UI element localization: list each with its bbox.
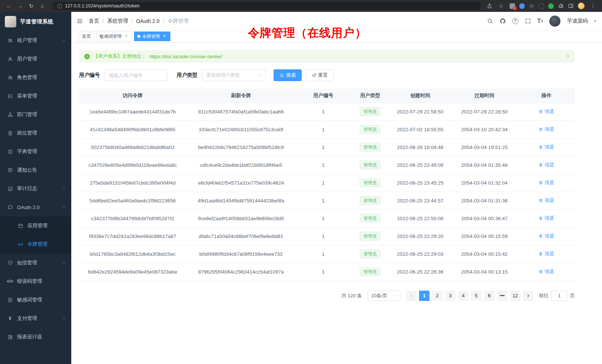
user-type-badge: 管理员 <box>360 178 380 187</box>
close-icon[interactable]: × <box>124 34 129 39</box>
sidebar-item-user-management[interactable]: 用户管理 <box>0 50 71 68</box>
fullscreen-icon[interactable] <box>525 18 531 24</box>
force-logout-button[interactable]: 强退 <box>539 215 554 222</box>
search-button[interactable]: 搜索 <box>274 69 302 81</box>
page-button-3[interactable]: 3 <box>445 291 455 301</box>
refresh-token-cell: e6cfd40eb1f54571a31e775e039c4624 <box>186 174 296 192</box>
sidebar-item-audit-log[interactable]: 审计日志 <box>0 179 71 198</box>
chevron-down-icon[interactable]: ▾ <box>594 19 596 23</box>
font-size-icon[interactable]: TT <box>537 18 543 24</box>
browser-reload-icon[interactable]: ↻ <box>27 0 36 12</box>
extension-icon[interactable] <box>510 3 515 9</box>
sidebar-item-sensitive-word-management[interactable]: 敏感词管理 <box>0 291 71 309</box>
share-icon[interactable] <box>487 3 493 9</box>
tab-token-management[interactable]: 令牌管理 × <box>134 32 170 41</box>
page-button-4[interactable]: 4 <box>458 291 468 301</box>
sidebar-item-menu-management[interactable]: 菜单管理 <box>0 87 71 105</box>
help-icon[interactable]: ? <box>512 18 518 24</box>
extension-icon[interactable] <box>529 3 534 9</box>
browser-home-icon[interactable]: ⌂ <box>38 0 47 12</box>
github-icon[interactable] <box>500 18 506 24</box>
tab-home[interactable]: 首页 <box>79 32 94 41</box>
browser-forward-icon[interactable]: → <box>16 0 24 12</box>
col-refresh-token: 刷新令牌 <box>186 89 296 103</box>
expire-time-cell: 2054-03-04 19:51:25 <box>451 138 518 156</box>
user-type-select[interactable]: 请选择用户类型 <box>202 69 266 81</box>
expire-time-cell: 2054-03-04 01:35:48 <box>451 156 518 174</box>
close-icon[interactable]: × <box>162 34 167 39</box>
expire-time-cell: 2054-03-04 00:15:59 <box>451 227 518 245</box>
sidebar-item-payment-management[interactable]: ¥ 支付管理 <box>0 309 71 328</box>
force-logout-button[interactable]: 强退 <box>539 108 554 115</box>
sidebar-item-post-management[interactable]: 岗位管理 <box>0 124 71 142</box>
page-button-6[interactable]: 6 <box>484 291 494 301</box>
table-row: 54d6be82ee5a460a9aedc1f9bf223656 49d1aa4… <box>79 192 575 209</box>
user-id-input[interactable] <box>104 69 167 81</box>
force-logout-button[interactable]: 强退 <box>539 197 554 204</box>
page-button-1[interactable]: 1 <box>419 291 429 301</box>
app-logo[interactable]: 芋道管理系统 <box>0 12 71 31</box>
user-type-badge: 管理员 <box>360 232 380 241</box>
force-logout-button[interactable]: 强退 <box>539 179 554 186</box>
side-panel-icon[interactable] <box>568 3 574 9</box>
extension-icon[interactable] <box>519 3 525 9</box>
reset-icon: ↺ <box>312 73 316 78</box>
prev-page-button[interactable] <box>406 291 416 301</box>
expire-time-cell: 2054-03-04 01:32:04 <box>451 174 518 192</box>
browser-back-icon[interactable]: ← <box>4 0 13 12</box>
sidebar-item-tenant-management[interactable]: 租户管理 <box>0 31 71 50</box>
expire-time-cell: 2054-03-04 01:31:36 <box>451 192 518 209</box>
chevron-down-icon <box>62 317 66 321</box>
browser-profile-avatar[interactable] <box>578 3 585 9</box>
sidebar-item-dict-management[interactable]: 字典管理 <box>0 142 71 161</box>
force-logout-button[interactable]: 强退 <box>539 268 554 275</box>
sidebar-item-role-management[interactable]: 角色管理 <box>0 68 71 87</box>
sidebar-item-oauth2[interactable]: OAuth 2.0 <box>0 198 71 216</box>
sidebar-collapse-icon[interactable] <box>76 18 83 24</box>
extension-icon[interactable] <box>548 3 554 9</box>
goto-page-input[interactable] <box>551 291 567 301</box>
close-icon[interactable]: × <box>566 53 570 60</box>
sidebar-item-label: 岗位管理 <box>17 130 37 136</box>
puzzle-extensions-icon[interactable] <box>558 3 564 9</box>
yen-icon: ¥ <box>7 316 13 321</box>
breadcrumb-item-oauth2[interactable]: OAuth 2.0 <box>136 18 160 24</box>
browser-menu-icon[interactable]: ⋮ <box>589 0 598 12</box>
book-icon <box>7 149 13 155</box>
goto-suffix: 页 <box>570 292 575 299</box>
sidebar-item-token-management[interactable]: 令牌管理 <box>0 235 71 254</box>
force-logout-button[interactable]: 强退 <box>539 144 554 150</box>
bookmark-star-icon[interactable]: ☆ <box>497 0 506 12</box>
doc-link[interactable]: https://doc.iocoder.cn/user-center/ <box>150 54 222 59</box>
extension-icon[interactable] <box>539 3 544 9</box>
force-logout-button[interactable]: 强退 <box>539 233 554 239</box>
next-page-button[interactable] <box>523 291 533 301</box>
reset-button[interactable]: ↺ 重置 <box>306 69 334 81</box>
page-size-select[interactable]: 10条/页 <box>367 291 400 301</box>
col-access-token: 访问令牌 <box>79 89 186 103</box>
force-logout-button[interactable]: 强退 <box>539 251 554 257</box>
url-text[interactable]: 127.0.0.1:1024/system/oauth2/token <box>65 3 140 9</box>
sidebar-item-app-management[interactable]: 应用管理 <box>0 216 71 235</box>
search-icon[interactable] <box>487 18 493 24</box>
user-avatar[interactable] <box>549 16 560 27</box>
tab-sensitive-word[interactable]: 敏感词管理 × <box>96 32 132 41</box>
force-logout-button[interactable]: 强退 <box>539 126 554 133</box>
sidebar-item-report-designer[interactable]: 报表设计器 <box>0 328 71 346</box>
expire-time-cell: 2054-03-10 20:42:34 <box>451 120 518 138</box>
site-info-icon[interactable]: i <box>57 4 62 9</box>
breadcrumb-item-system[interactable]: 系统管理 <box>107 18 128 24</box>
sidebar-item-notice-management[interactable]: 通知公告 <box>0 161 71 179</box>
sidebar-item-error-code-management[interactable]: </> 错误码管理 <box>0 272 71 291</box>
page-ellipsis-button[interactable]: ••• <box>497 291 507 301</box>
username[interactable]: 芋道源码 <box>567 18 588 24</box>
address-bar[interactable]: i 127.0.0.1:1024/system/oauth2/token <box>53 2 481 10</box>
breadcrumb-item-home[interactable]: 首页 <box>89 18 99 24</box>
page-button-2[interactable]: 2 <box>432 291 442 301</box>
page-button-12[interactable]: 12 <box>510 291 520 301</box>
force-logout-button[interactable]: 强退 <box>539 162 554 168</box>
sidebar-item-dept-management[interactable]: 部门管理 <box>0 105 71 124</box>
sidebar-item-sms-management[interactable]: 短信管理 <box>0 254 71 272</box>
users-icon <box>7 38 13 43</box>
page-button-5[interactable]: 5 <box>471 291 481 301</box>
